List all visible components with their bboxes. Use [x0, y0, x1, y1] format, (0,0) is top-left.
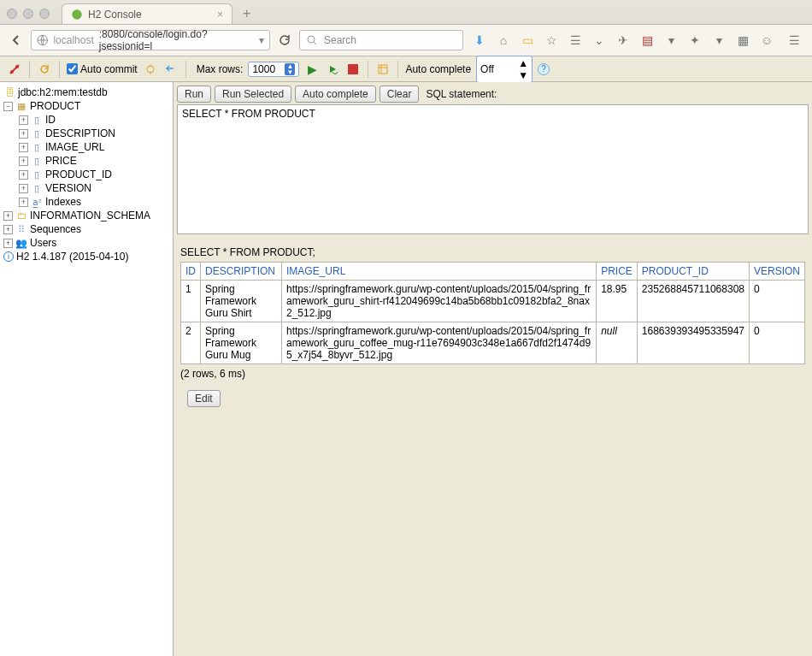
minimize-window-icon[interactable]: [23, 9, 33, 19]
url-path: :8080/console/login.do?jsessionid=l: [99, 28, 254, 52]
dropdown-icon[interactable]: ▾: [259, 34, 264, 46]
menu-icon[interactable]: ☰: [786, 33, 802, 48]
expand-icon[interactable]: +: [19, 170, 28, 180]
auto-commit-checkbox[interactable]: Auto commit: [67, 63, 138, 75]
cell: https://springframework.guru/wp-content/…: [282, 322, 597, 364]
disconnect-icon[interactable]: [7, 62, 22, 77]
tree-column[interactable]: +▯VERSION: [0, 181, 173, 195]
auto-complete-select[interactable]: Off ▲▼: [476, 56, 533, 83]
pocket-icon[interactable]: ⌄: [591, 33, 607, 48]
expand-icon[interactable]: +: [19, 129, 28, 139]
download-icon[interactable]: ⬇: [472, 33, 487, 48]
tree-column[interactable]: +▯DESCRIPTION: [0, 127, 173, 140]
help-icon[interactable]: ?: [538, 63, 550, 75]
dropdown2-icon[interactable]: ▾: [663, 33, 679, 48]
chat-icon[interactable]: ☺: [759, 33, 774, 48]
home-icon[interactable]: ⌂: [496, 33, 511, 48]
expand-icon[interactable]: +: [3, 239, 13, 248]
result-title: SELECT * FROM PRODUCT;: [180, 246, 805, 258]
expand-icon[interactable]: +: [3, 225, 13, 234]
send-icon[interactable]: ✈: [615, 33, 631, 48]
tab-close-icon[interactable]: ×: [217, 9, 223, 21]
spring-favicon-icon: [71, 9, 83, 21]
dev-icon[interactable]: ✦: [687, 33, 703, 48]
stepper-icon: ▲▼: [285, 63, 295, 75]
expand-icon[interactable]: +: [19, 143, 28, 152]
run-selected-icon[interactable]: [325, 62, 340, 77]
col-header[interactable]: ID: [181, 263, 201, 281]
sql-textarea[interactable]: SELECT * FROM PRODUCT: [177, 104, 809, 234]
tree-column[interactable]: +▯PRODUCT_ID: [0, 168, 173, 181]
sidebar-tree: 🗄 jdbc:h2:mem:testdb − ▦ PRODUCT +▯ID +▯…: [0, 82, 174, 656]
tree-column[interactable]: +▯PRICE: [0, 154, 173, 168]
clear-button[interactable]: Clear: [380, 86, 420, 103]
url-input[interactable]: localhost:8080/console/login.do?jsession…: [31, 30, 270, 50]
reload-button[interactable]: [275, 31, 294, 50]
auto-commit-input[interactable]: [67, 63, 78, 74]
run-selected-button[interactable]: Run Selected: [215, 86, 291, 103]
run-icon[interactable]: ▶: [304, 62, 320, 77]
search-input[interactable]: Search: [299, 30, 463, 50]
rollback-icon[interactable]: [163, 62, 179, 77]
tree-information-schema[interactable]: +🗀INFORMATION_SCHEMA: [0, 209, 173, 222]
tree-column[interactable]: +▯ID: [0, 113, 173, 127]
column-icon: ▯: [31, 182, 43, 194]
tree-users[interactable]: +👥Users: [0, 236, 173, 250]
database-icon: 🗄: [3, 86, 15, 98]
pdf-icon[interactable]: ▤: [639, 33, 655, 48]
column-icon: ▯: [31, 141, 43, 153]
max-rows-label: Max rows:: [197, 63, 244, 75]
collapse-icon[interactable]: −: [3, 102, 13, 111]
max-rows-value: 1000: [252, 63, 275, 75]
maximize-window-icon[interactable]: [39, 9, 50, 19]
folder-icon: 🗀: [15, 210, 27, 222]
tree-indexes[interactable]: +a̲ᶻIndexes: [0, 195, 173, 209]
stop-icon[interactable]: [345, 62, 361, 77]
sequences-icon: ⠿: [15, 223, 27, 235]
col-header[interactable]: VERSION: [749, 263, 804, 281]
index-icon: a̲ᶻ: [31, 196, 43, 208]
dropdown3-icon[interactable]: ▾: [711, 33, 727, 48]
tab-title: H2 Console: [88, 9, 142, 21]
max-rows-select[interactable]: 1000 ▲▼: [248, 62, 299, 77]
tree-database[interactable]: 🗄 jdbc:h2:mem:testdb: [0, 86, 173, 99]
browser-tab[interactable]: H2 Console ×: [62, 3, 232, 24]
edit-button[interactable]: Edit: [187, 390, 221, 407]
list-icon[interactable]: ☰: [568, 33, 583, 48]
version-label: H2 1.4.187 (2015-04-10): [16, 251, 128, 263]
cell-null: null: [597, 322, 638, 364]
tree-column[interactable]: +▯IMAGE_URL: [0, 140, 173, 154]
expand-icon[interactable]: +: [19, 115, 28, 125]
history-icon[interactable]: [375, 62, 391, 77]
folder-icon[interactable]: ▭: [520, 33, 535, 48]
col-header[interactable]: DESCRIPTION: [201, 263, 282, 281]
tree-sequences[interactable]: +⠿Sequences: [0, 222, 173, 236]
url-bar-row: localhost:8080/console/login.do?jsession…: [0, 24, 812, 56]
grid-icon[interactable]: ▦: [735, 33, 750, 48]
refresh-icon[interactable]: [37, 62, 52, 77]
expand-icon[interactable]: +: [19, 198, 28, 207]
table-label: PRODUCT: [30, 100, 80, 112]
star-icon[interactable]: ☆: [544, 33, 559, 48]
table-icon: ▦: [15, 100, 27, 112]
back-button[interactable]: [7, 31, 26, 50]
expand-icon[interactable]: +: [19, 157, 28, 166]
expand-icon[interactable]: +: [19, 184, 28, 193]
url-host: localhost: [53, 34, 93, 46]
table-row: 2 Spring Framework Guru Mug https://spri…: [181, 322, 805, 364]
info-icon: i: [3, 251, 14, 262]
new-tab-button[interactable]: +: [238, 6, 256, 21]
col-header[interactable]: PRICE: [597, 263, 638, 281]
tree-table-product[interactable]: − ▦ PRODUCT: [0, 99, 173, 113]
cell: 0: [749, 322, 804, 364]
run-button[interactable]: Run: [177, 86, 211, 103]
expand-icon[interactable]: +: [3, 211, 13, 221]
auto-complete-button[interactable]: Auto complete: [295, 86, 376, 103]
result-table: ID DESCRIPTION IMAGE_URL PRICE PRODUCT_I…: [180, 262, 805, 364]
commit-icon[interactable]: [143, 62, 158, 77]
table-row: 1 Spring Framework Guru Shirt https://sp…: [181, 281, 805, 322]
close-window-icon[interactable]: [7, 9, 17, 19]
col-header[interactable]: PRODUCT_ID: [637, 263, 749, 281]
col-header[interactable]: IMAGE_URL: [282, 263, 597, 281]
sequences-label: Sequences: [30, 223, 81, 235]
